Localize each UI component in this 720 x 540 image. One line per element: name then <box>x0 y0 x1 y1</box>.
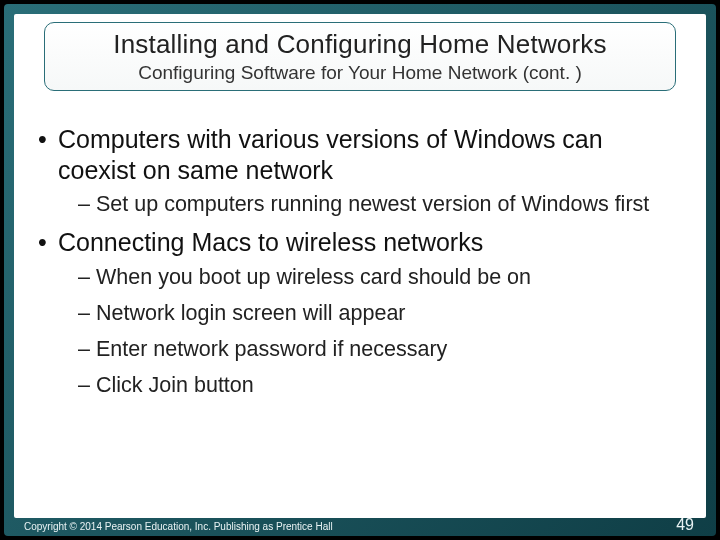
slide-title: Installing and Configuring Home Networks <box>55 29 665 60</box>
slide-subtitle: Configuring Software for Your Home Netwo… <box>55 62 665 84</box>
bullet-level2: Enter network password if necessary <box>34 336 686 362</box>
bullet-level2: Click Join button <box>34 372 686 398</box>
bullet-level2: Network login screen will appear <box>34 300 686 326</box>
slide-border: Installing and Configuring Home Networks… <box>4 4 716 536</box>
bullet-level1: Computers with various versions of Windo… <box>34 124 686 185</box>
title-box: Installing and Configuring Home Networks… <box>44 22 676 91</box>
page-number: 49 <box>676 516 694 534</box>
copyright-text: Copyright © 2014 Pearson Education, Inc.… <box>24 521 333 532</box>
slide: Installing and Configuring Home Networks… <box>0 0 720 540</box>
bullet-level1: Connecting Macs to wireless networks <box>34 227 686 258</box>
bullet-level2: Set up computers running newest version … <box>34 191 686 217</box>
bullet-level2: When you boot up wireless card should be… <box>34 264 686 290</box>
body-text: Computers with various versions of Windo… <box>34 124 686 409</box>
